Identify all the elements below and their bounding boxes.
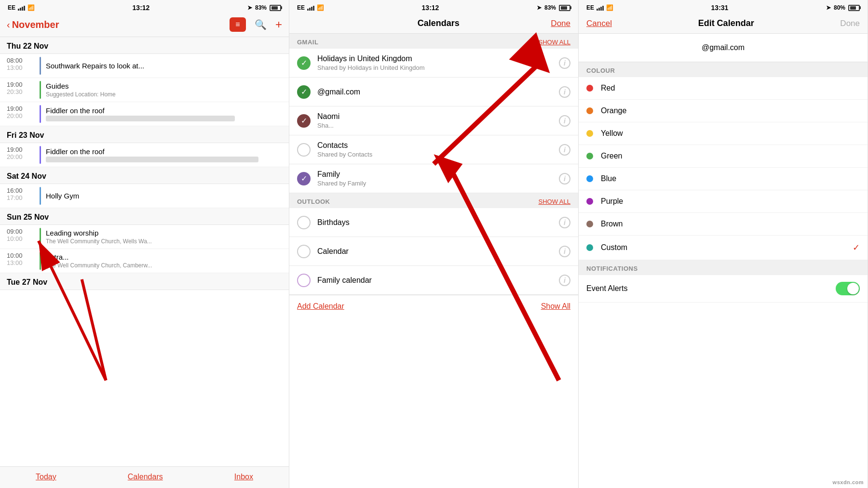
cal-item-outlook-cal[interactable]: Calendar i bbox=[289, 237, 578, 266]
event-alerts-label: Event Alerts bbox=[586, 284, 627, 293]
event-guides[interactable]: 19:00 20:30 Guides Suggested Location: H… bbox=[0, 78, 289, 102]
calendars-button[interactable]: Calendars bbox=[128, 473, 163, 481]
menu-icon[interactable]: ≡ bbox=[230, 17, 246, 32]
cancel-button[interactable]: Cancel bbox=[586, 19, 612, 28]
cal-info-birthdays: Birthdays bbox=[317, 218, 559, 227]
cal-info-btn-gmail[interactable]: i bbox=[559, 86, 570, 98]
event-time-col: 10:00 13:00 bbox=[7, 252, 35, 270]
cal-check-outlook-cal[interactable] bbox=[297, 245, 311, 258]
month-title[interactable]: November bbox=[12, 19, 59, 30]
account-text: @gmail.com bbox=[702, 43, 745, 52]
cal-check-birthdays[interactable] bbox=[297, 216, 311, 229]
event-fiddler-thu[interactable]: 19:00 20:00 Fiddler on the roof bbox=[0, 102, 289, 126]
status-bar-p2: EE 📶 13:12 ➤ 83% bbox=[289, 0, 578, 13]
event-extra[interactable]: 10:00 13:00 Extra... The Well Community … bbox=[0, 249, 289, 273]
calendars-footer: Add Calendar Show All bbox=[289, 295, 578, 317]
inbox-button[interactable]: Inbox bbox=[234, 473, 253, 481]
cal-check-family-cal[interactable] bbox=[297, 274, 311, 287]
event-content: Leading worship The Well Community Churc… bbox=[46, 228, 282, 246]
brown-dot bbox=[586, 221, 593, 227]
cal-check-family[interactable]: ✓ bbox=[297, 172, 311, 185]
cal-info-btn-contacts[interactable]: i bbox=[559, 144, 570, 156]
back-arrow-icon: ‹ bbox=[7, 19, 10, 30]
colour-custom[interactable]: Custom ✓ bbox=[579, 236, 868, 260]
colour-orange[interactable]: Orange bbox=[579, 100, 868, 122]
cal-info-btn-naomi[interactable]: i bbox=[559, 115, 570, 127]
signal-bars-p2 bbox=[307, 5, 314, 11]
bottom-bar-p1: Today Calendars Inbox bbox=[0, 466, 289, 488]
wifi-icon-p3: 📶 bbox=[606, 4, 613, 11]
green-dot bbox=[586, 153, 593, 159]
event-fiddler-fri[interactable]: 19:00 20:00 Fiddler on the roof bbox=[0, 143, 289, 167]
event-end: 20:00 bbox=[7, 112, 35, 119]
cal-item-family[interactable]: ✓ Family Shared by Family i bbox=[289, 164, 578, 193]
cal-info-btn-family[interactable]: i bbox=[559, 173, 570, 185]
colour-blue[interactable]: Blue bbox=[579, 168, 868, 190]
today-button[interactable]: Today bbox=[36, 473, 56, 481]
calendar-header: ‹ November ≡ 🔍 + bbox=[0, 13, 289, 37]
event-bar-green bbox=[40, 81, 41, 99]
cal-item-gmail[interactable]: ✓ @gmail.com i bbox=[289, 78, 578, 106]
add-calendar-button[interactable]: Add Calendar bbox=[297, 302, 344, 311]
event-title: Leading worship bbox=[46, 229, 282, 237]
cal-name-birthdays: Birthdays bbox=[317, 218, 559, 227]
event-bar-green bbox=[40, 252, 41, 270]
colour-red[interactable]: Red bbox=[579, 77, 868, 100]
cal-info-outlook-cal: Calendar bbox=[317, 247, 559, 256]
event-content: Fiddler on the roof bbox=[46, 105, 282, 123]
event-southwark[interactable]: 08:00 13:00 Southwark Repairs to look at… bbox=[0, 54, 289, 78]
day-header-thu: Thu 22 Nov bbox=[0, 37, 289, 54]
colour-list: Red Orange Yellow Green Blue Purple Brow… bbox=[579, 77, 868, 260]
edit-calendar-panel: EE 📶 13:31 ➤ 80% Cancel Edit Calendar Do… bbox=[579, 0, 868, 488]
event-bar-green bbox=[40, 228, 41, 246]
colour-label-brown: Brown bbox=[601, 220, 860, 228]
cal-info-btn-birthdays[interactable]: i bbox=[559, 217, 570, 228]
cal-info-btn-family-cal[interactable]: i bbox=[559, 275, 570, 286]
day-header-tue: Tue 27 Nov bbox=[0, 273, 289, 290]
cal-info-btn-outlook-cal[interactable]: i bbox=[559, 246, 570, 257]
colour-green[interactable]: Green bbox=[579, 145, 868, 168]
event-time-col: 09:00 10:00 bbox=[7, 228, 35, 246]
event-alerts-toggle[interactable] bbox=[836, 282, 860, 295]
event-subtitle bbox=[46, 157, 258, 162]
gmail-show-all[interactable]: SHOW ALL bbox=[539, 39, 570, 46]
cal-check-contacts[interactable] bbox=[297, 143, 311, 157]
cal-item-birthdays[interactable]: Birthdays i bbox=[289, 208, 578, 237]
colour-label-red: Red bbox=[601, 84, 860, 92]
event-end: 17:00 bbox=[7, 194, 35, 201]
cal-item-holidays[interactable]: ✓ Holidays in United Kingdom Shared by H… bbox=[289, 49, 578, 78]
cal-info-family: Family Shared by Family bbox=[317, 170, 559, 187]
event-title: Fiddler on the roof bbox=[46, 147, 282, 156]
colour-yellow[interactable]: Yellow bbox=[579, 122, 868, 145]
back-button[interactable]: ‹ November bbox=[7, 19, 59, 30]
event-subtitle: The Well Community Church, Wells Wa... bbox=[46, 238, 282, 245]
colour-check-icon: ✓ bbox=[853, 242, 860, 253]
colour-purple[interactable]: Purple bbox=[579, 190, 868, 213]
cal-check-holidays[interactable]: ✓ bbox=[297, 56, 311, 70]
cal-check-gmail[interactable]: ✓ bbox=[297, 85, 311, 99]
search-icon[interactable]: 🔍 bbox=[255, 19, 267, 30]
carrier-p2: EE bbox=[297, 4, 305, 11]
status-right-p3: ➤ 80% bbox=[826, 4, 860, 11]
event-content: Holly Gym bbox=[46, 187, 282, 205]
cal-sub-family: Shared by Family bbox=[317, 180, 559, 187]
wifi-icon-p2: 📶 bbox=[317, 4, 324, 11]
event-alerts-item: Event Alerts bbox=[579, 275, 868, 303]
cal-check-naomi[interactable]: ✓ bbox=[297, 114, 311, 128]
event-holly-gym[interactable]: 16:00 17:00 Holly Gym bbox=[0, 184, 289, 208]
event-start: 19:00 bbox=[7, 81, 35, 88]
show-all-button[interactable]: Show All bbox=[541, 302, 570, 311]
done-button-p2[interactable]: Done bbox=[551, 19, 570, 28]
toggle-knob bbox=[847, 283, 859, 294]
status-right-p1: ➤ 83% bbox=[247, 4, 281, 11]
outlook-show-all[interactable]: SHOW ALL bbox=[539, 198, 570, 205]
wifi-icon-p1: 📶 bbox=[27, 4, 35, 11]
red-dot bbox=[586, 85, 593, 92]
cal-info-btn-holidays[interactable]: i bbox=[559, 57, 570, 69]
add-event-icon[interactable]: + bbox=[275, 18, 282, 31]
cal-item-naomi[interactable]: ✓ Naomi Sha... i bbox=[289, 106, 578, 135]
event-leading-worship[interactable]: 09:00 10:00 Leading worship The Well Com… bbox=[0, 225, 289, 249]
cal-item-contacts[interactable]: Contacts Shared by Contacts i bbox=[289, 135, 578, 164]
cal-item-family-cal[interactable]: Family calendar i bbox=[289, 266, 578, 295]
colour-brown[interactable]: Brown bbox=[579, 213, 868, 236]
